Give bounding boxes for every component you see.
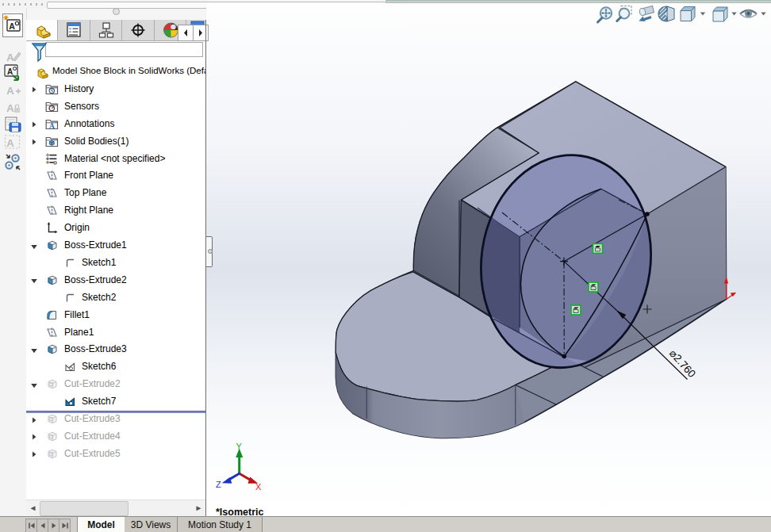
svg-text:Y: Y — [236, 442, 243, 451]
svg-text:A: A — [7, 67, 13, 76]
svg-text:Z: Z — [216, 480, 221, 489]
svg-text:A: A — [49, 122, 55, 130]
svg-text:A: A — [6, 52, 14, 63]
svg-text:A: A — [9, 21, 15, 31]
svg-text:A: A — [6, 137, 14, 149]
svg-text:X: X — [255, 482, 262, 492]
svg-text:A: A — [6, 85, 14, 97]
svg-text:A: A — [6, 102, 14, 114]
